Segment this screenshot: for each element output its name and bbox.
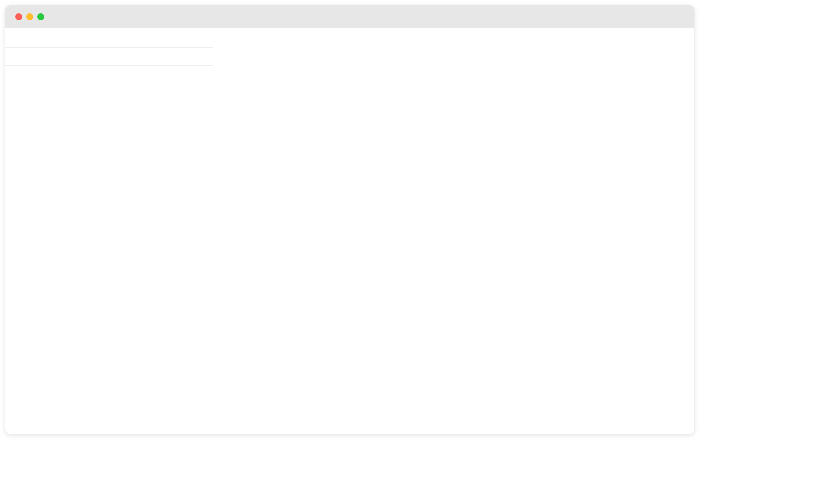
task-list-panel bbox=[5, 28, 213, 434]
close-icon[interactable] bbox=[15, 13, 22, 20]
app-window bbox=[5, 5, 695, 435]
titlebar bbox=[5, 5, 694, 28]
project-title bbox=[5, 48, 213, 66]
minimize-icon[interactable] bbox=[26, 13, 33, 20]
maximize-icon[interactable] bbox=[37, 13, 44, 20]
timeline-panel[interactable] bbox=[213, 28, 694, 434]
